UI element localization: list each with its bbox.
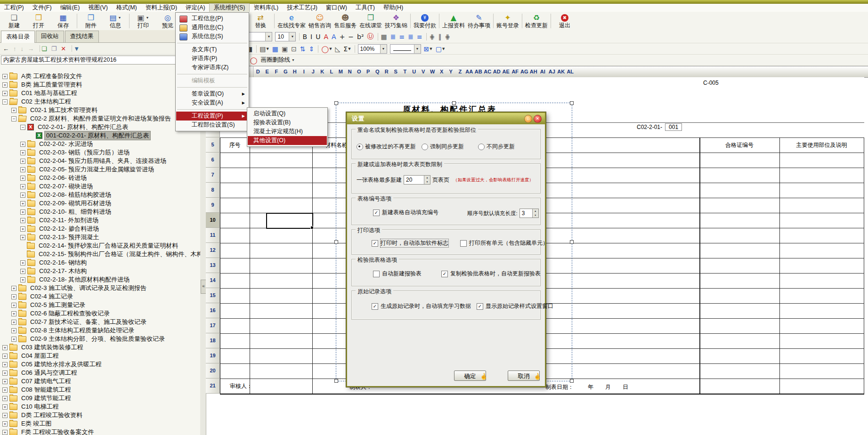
column-header[interactable]: U	[410, 66, 420, 78]
checkbox-option[interactable]: 打印时，自动添加软件标志	[372, 239, 448, 247]
row-header[interactable]: 17	[206, 318, 220, 333]
tree-item[interactable]: +C02-3 施工试验、调试记录及见证检测报告	[0, 284, 200, 292]
radio-icon[interactable]	[422, 144, 428, 150]
tree-item[interactable]: +C02-7 新技术论证、备案、施工及验收记录	[0, 318, 200, 326]
zoom-select[interactable]: 100%▼	[358, 44, 387, 54]
grow-font-icon[interactable]: +	[340, 33, 345, 40]
tree-item[interactable]: −C02-2 原材料、构配件质量证明文件和进场复验报告	[0, 114, 200, 123]
chevron-down-icon[interactable]: ▼	[414, 45, 421, 53]
menubar-item-10[interactable]: 窗口(W)	[322, 4, 351, 12]
tree-expand-toggle[interactable]: +	[2, 354, 8, 359]
menubar-item-6[interactable]: 评定(A)	[181, 4, 210, 12]
column-header[interactable]: J	[308, 66, 318, 78]
autosum-icon[interactable]: Σ▼	[343, 45, 350, 53]
tree-expand-toggle[interactable]: +	[20, 193, 25, 198]
row-header[interactable]: 8	[206, 183, 220, 198]
tree-expand-toggle[interactable]: +	[2, 387, 8, 393]
filter-icon[interactable]: ▼	[73, 45, 80, 52]
spinner-down-icon[interactable]: ▼	[424, 180, 430, 184]
column-header[interactable]: F	[272, 66, 282, 78]
print-button[interactable]: ▣▼打印	[131, 12, 155, 30]
chevron-down-icon[interactable]: ▼	[380, 45, 387, 53]
shrink-font-icon[interactable]: −	[348, 33, 354, 40]
tree-item[interactable]: +C10 电梯工程	[0, 403, 200, 411]
menu-item[interactable]: 编辑模板	[176, 76, 248, 85]
tab-catalog[interactable]: 表格目录	[1, 31, 35, 43]
chevron-down-icon[interactable]: ▼	[442, 47, 445, 51]
menu-item[interactable]: 专家评语库(Z)	[176, 63, 248, 72]
tree-item[interactable]: +C02-2-11- 外加剂进场	[0, 216, 200, 225]
number-spinner[interactable]: 20▲▼	[404, 175, 430, 185]
circle-mark-icon[interactable]: ◯▼	[321, 45, 332, 53]
page-grid-icon[interactable]: ▦	[272, 45, 278, 53]
column-header[interactable]: N	[345, 66, 355, 78]
open-button[interactable]: ❒打开	[26, 12, 51, 30]
tree-expand-toggle[interactable]: +	[2, 345, 8, 350]
column-header[interactable]: AL	[566, 66, 576, 78]
column-header[interactable]: AJ	[547, 66, 557, 78]
chevron-down-icon[interactable]: ▼	[348, 47, 350, 51]
align-left-icon[interactable]: ≣	[390, 33, 396, 40]
row-header[interactable]: 12	[206, 243, 220, 258]
tree-item[interactable]: +C02-2-16- 钢结构	[0, 258, 200, 267]
tree-item[interactable]: −C02-2-01- 原材料、构配件汇总表	[0, 123, 200, 131]
tree-item[interactable]: +C02-8 主体结构工程质量缺陷处理记录	[0, 326, 200, 335]
column-header[interactable]: L	[327, 66, 337, 78]
column-header[interactable]: D	[253, 66, 263, 78]
tree-item[interactable]: +C02-2-02- 水泥进场	[0, 140, 200, 148]
checkbox-option[interactable]: 显示原始记录样式设置窗口	[477, 302, 553, 310]
column-header[interactable]: V	[419, 66, 429, 78]
tab-recycle[interactable]: 回收站	[36, 31, 64, 42]
account-button[interactable]: ✦账号登录	[495, 12, 520, 30]
row-header[interactable]: 9	[206, 198, 220, 213]
column-header[interactable]: I	[300, 66, 309, 78]
tree-item[interactable]: +C02-2-06- 砖进场	[0, 174, 200, 182]
tree-expand-toggle[interactable]: −	[2, 99, 8, 105]
align-justify-icon[interactable]: ≡	[417, 33, 422, 40]
column-header[interactable]: AG	[520, 66, 530, 78]
attachment-button[interactable]: ❐附件	[79, 12, 103, 30]
tree-item[interactable]: +C02-5 施工测量记录	[0, 301, 200, 309]
save-button[interactable]: ▦保存	[51, 12, 75, 30]
number-spinner[interactable]: 3▲▼	[519, 209, 539, 218]
new-button[interactable]: ❏新建	[2, 12, 26, 30]
tree-item[interactable]: +C07 建筑电气工程	[0, 377, 200, 386]
circle-strikeout-button[interactable]: 画圈删除线	[261, 56, 291, 64]
tree-item[interactable]: +C02-2-03- 钢筋（预应力筋）进场	[0, 148, 200, 157]
chevron-down-icon[interactable]: ▼	[292, 58, 295, 62]
chevron-down-icon[interactable]: ▼	[118, 16, 122, 19]
tree-item[interactable]: +C09 建筑节能工程	[0, 394, 200, 403]
ok-button[interactable]: 确定☝	[454, 371, 486, 381]
tree-item[interactable]: 001-C02-2-01- 原材料、构配件汇总表	[0, 131, 200, 140]
service-button[interactable]: ☻售后服务	[333, 12, 358, 30]
checkbox-option[interactable]: 新建表格自动填充编号	[373, 209, 438, 217]
tree-expand-toggle[interactable]: +	[11, 320, 16, 325]
fill-color-icon[interactable]: A	[332, 33, 336, 40]
tree-expand-toggle[interactable]: +	[20, 218, 25, 223]
column-header[interactable]: AE	[502, 66, 511, 78]
new-form-icon[interactable]: ❏	[41, 45, 47, 52]
column-header[interactable]: Q	[373, 66, 383, 78]
border-grid-icon[interactable]: ▦	[381, 33, 387, 40]
tree-item[interactable]: +C02-2-08- 植筋结构胶进场	[0, 191, 200, 199]
column-header[interactable]: T	[400, 66, 410, 78]
tree-expand-toggle[interactable]: +	[2, 362, 8, 367]
column-header[interactable]: M	[336, 66, 346, 78]
tree-item[interactable]: +F类 工程竣工验收备案文件	[0, 428, 200, 435]
column-header[interactable]: AA	[465, 66, 475, 78]
resize-handle[interactable]	[570, 240, 574, 244]
chevron-down-icon[interactable]: ▼	[430, 47, 432, 51]
tree-item[interactable]: +E类 竣工图	[0, 419, 200, 428]
tree-item[interactable]: +C02-1 施工技术管理资料	[0, 106, 200, 114]
menubar-item-7[interactable]: 系统维护(S)	[210, 4, 250, 12]
submenu-item[interactable]: 启动设置(Q)	[248, 109, 327, 118]
tree-expand-toggle[interactable]: +	[20, 142, 25, 147]
tree-item[interactable]: +C02-2-17- 木结构	[0, 267, 200, 275]
chevron-down-icon[interactable]: ▼	[265, 32, 272, 41]
column-header[interactable]: R	[382, 66, 392, 78]
row-header[interactable]: 11	[206, 228, 220, 243]
column-header[interactable]: S	[391, 66, 401, 78]
tree-expand-toggle[interactable]: +	[11, 311, 16, 316]
column-header[interactable]: H	[290, 66, 300, 78]
underline-icon[interactable]: U	[316, 33, 320, 40]
